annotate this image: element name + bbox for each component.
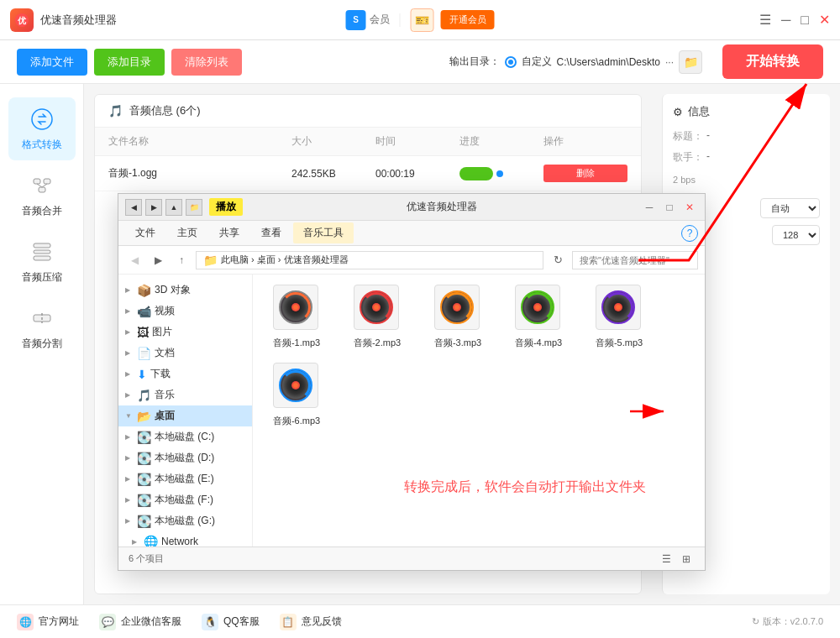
- fe-tree-images[interactable]: ▶ 🖼 图片: [118, 322, 252, 343]
- fe-tree-disk-e[interactable]: ▶ 💽 本地磁盘 (E:): [118, 468, 252, 489]
- fe-file-icon-1: [273, 285, 320, 332]
- sidebar-item-split[interactable]: 音频分割: [8, 296, 76, 359]
- fe-file-6[interactable]: 音频-6.mp3: [263, 363, 330, 427]
- fe-close-btn[interactable]: ✕: [681, 199, 698, 216]
- fe-help-btn[interactable]: ?: [681, 225, 698, 242]
- fe-nav-forward[interactable]: ▶: [149, 251, 167, 269]
- fe-file-name-1: 音频-1.mp3: [273, 337, 320, 349]
- fe-file-name-3: 音频-3.mp3: [434, 337, 481, 349]
- sidebar-item-format[interactable]: 格式转换: [8, 97, 76, 160]
- version-text: 版本：v2.0.7.0: [763, 615, 823, 628]
- format-icon: [29, 106, 55, 133]
- fe-play-btn[interactable]: 播放: [209, 198, 243, 216]
- fe-tree-disk-d[interactable]: ▶ 💽 本地磁盘 (D:): [118, 447, 252, 468]
- fe-tab-music-tools[interactable]: 音乐工具: [293, 222, 354, 243]
- fe-nav-back[interactable]: ◀: [125, 251, 144, 269]
- title-bar-actions: ☰ ─ □ ✕: [759, 12, 830, 28]
- sidebar-item-merge[interactable]: 音频合并: [8, 164, 76, 227]
- svg-rect-5: [39, 187, 45, 192]
- fe-nav-up[interactable]: ↑: [172, 251, 191, 269]
- fe-tree-disk-f[interactable]: ▶ 💽 本地磁盘 (F:): [118, 489, 252, 510]
- output-path: C:\Users\admin\Deskto: [557, 56, 660, 68]
- fe-file-icon-2: [354, 285, 401, 332]
- fe-tree-music[interactable]: ▶ 🎵 音乐: [118, 384, 252, 405]
- feedback-icon: 📋: [280, 614, 297, 630]
- close-icon[interactable]: ✕: [819, 12, 830, 28]
- svg-rect-8: [34, 256, 50, 260]
- fe-restore-btn[interactable]: □: [661, 199, 678, 216]
- fe-search-input[interactable]: [572, 251, 698, 269]
- fe-tabs: 文件 主页 共享 查看 音乐工具 ?: [118, 221, 705, 246]
- menu-icon[interactable]: ☰: [759, 12, 771, 28]
- fe-tab-file[interactable]: 文件: [125, 222, 165, 243]
- fe-view-detail[interactable]: ☰: [658, 551, 675, 567]
- delete-button[interactable]: 删除: [543, 165, 627, 182]
- add-file-button[interactable]: 添加文件: [17, 49, 87, 76]
- panel-title: 音频信息 (6个): [129, 103, 201, 118]
- start-convert-button[interactable]: 开始转换: [722, 44, 823, 79]
- add-dir-button[interactable]: 添加目录: [94, 49, 165, 76]
- fe-tree-downloads[interactable]: ▶ ⬇ 下载: [118, 363, 252, 384]
- maximize-icon[interactable]: □: [801, 13, 809, 28]
- fe-view-grid[interactable]: ⊞: [678, 551, 695, 567]
- wechat-label: 企业微信客服: [121, 614, 181, 629]
- fe-tab-home[interactable]: 主页: [167, 222, 207, 243]
- file-size: 242.55KB: [291, 168, 375, 180]
- bitrate-select[interactable]: 128 192 256 320: [772, 225, 820, 245]
- fe-tree-network[interactable]: ▶ 🌐 Network: [118, 531, 252, 546]
- output-folder-button[interactable]: 📁: [679, 50, 702, 74]
- title-bar-center: S 会员 🎫 开通会员: [346, 8, 495, 32]
- file-explorer-dialog: ◀ ▶ ▲ 📁 播放 优速音频处理器 ─ □ ✕ 文件 主页 共享 查看 音乐工…: [118, 193, 706, 571]
- fe-tree-disk-c[interactable]: ▶ 💽 本地磁盘 (C:): [118, 426, 252, 447]
- fe-file-icon-4: [515, 285, 562, 332]
- compress-icon: [29, 238, 55, 265]
- fe-minimize-btn[interactable]: ─: [641, 199, 658, 216]
- fe-win-btns: ─ □ ✕: [641, 199, 698, 216]
- fe-refresh-btn[interactable]: ↻: [549, 251, 567, 269]
- fe-file-4[interactable]: 音频-4.mp3: [505, 285, 572, 349]
- svg-rect-7: [34, 250, 50, 254]
- minimize-icon[interactable]: ─: [781, 13, 790, 28]
- fe-address-path[interactable]: 📁 此电脑 › 桌面 › 优速音频处理器: [196, 251, 543, 269]
- clear-list-button[interactable]: 清除列表: [171, 49, 242, 76]
- footer-wechat-service[interactable]: 💬 企业微信客服: [99, 614, 181, 630]
- fe-file-2[interactable]: 音频-2.mp3: [344, 285, 411, 349]
- fe-file-name-4: 音频-4.mp3: [515, 337, 562, 349]
- col-progress: 进度: [459, 134, 543, 149]
- fe-folder-icon-btn[interactable]: 📁: [186, 199, 202, 216]
- svg-text:优: 优: [17, 16, 27, 25]
- fe-files-area: 音频-1.mp3 音频-2.mp3: [253, 275, 705, 546]
- fe-tree-desktop[interactable]: ▼ 📂 桌面: [118, 405, 252, 426]
- fe-tree-disk-g[interactable]: ▶ 💽 本地磁盘 (G:): [118, 510, 252, 531]
- fe-tree-3d[interactable]: ▶ 📦 3D 对象: [118, 280, 252, 301]
- fe-tree-docs[interactable]: ▶ 📄 文档: [118, 343, 252, 363]
- fe-file-icon-3: [434, 285, 481, 332]
- fe-back-icon[interactable]: ◀: [125, 199, 142, 216]
- vip-icon: S: [346, 10, 366, 30]
- output-type: 自定义: [522, 55, 552, 69]
- fe-tree-video[interactable]: ▶ 📹 视频: [118, 301, 252, 322]
- footer-feedback[interactable]: 📋 意见反馈: [280, 614, 342, 630]
- output-radio[interactable]: [505, 56, 517, 68]
- fe-forward-icon[interactable]: ▶: [145, 199, 162, 216]
- fe-up-icon[interactable]: ▲: [165, 199, 182, 216]
- sidebar-item-compress[interactable]: 音频压缩: [8, 230, 76, 293]
- fe-file-5[interactable]: 音频-5.mp3: [585, 285, 653, 349]
- output-more[interactable]: ···: [665, 56, 674, 68]
- channel-select[interactable]: 自动 单声道 双声道: [760, 198, 820, 218]
- official-site-icon: 🌐: [17, 614, 34, 630]
- qq-icon: 🐧: [202, 614, 218, 630]
- fe-dialog-title: 优速音频处理器: [249, 200, 634, 214]
- vip-text: 会员: [370, 13, 390, 27]
- fe-file-3[interactable]: 音频-3.mp3: [424, 285, 491, 349]
- footer-official-site[interactable]: 🌐 官方网址: [17, 614, 79, 630]
- svg-rect-6: [34, 243, 50, 248]
- fe-file-1[interactable]: 音频-1.mp3: [263, 285, 330, 349]
- fe-tab-share[interactable]: 共享: [209, 222, 249, 243]
- fe-tree: ▶ 📦 3D 对象 ▶ 📹 视频 ▶ 🖼 图片 ▶ 📄 文档 ▶ ⬇: [118, 275, 253, 546]
- fe-file-name-2: 音频-2.mp3: [354, 337, 401, 349]
- footer-qq-service[interactable]: 🐧 QQ客服: [202, 614, 260, 630]
- upgrade-button[interactable]: 开通会员: [441, 10, 495, 29]
- fe-tab-view[interactable]: 查看: [251, 222, 291, 243]
- progress-cell: [459, 167, 543, 180]
